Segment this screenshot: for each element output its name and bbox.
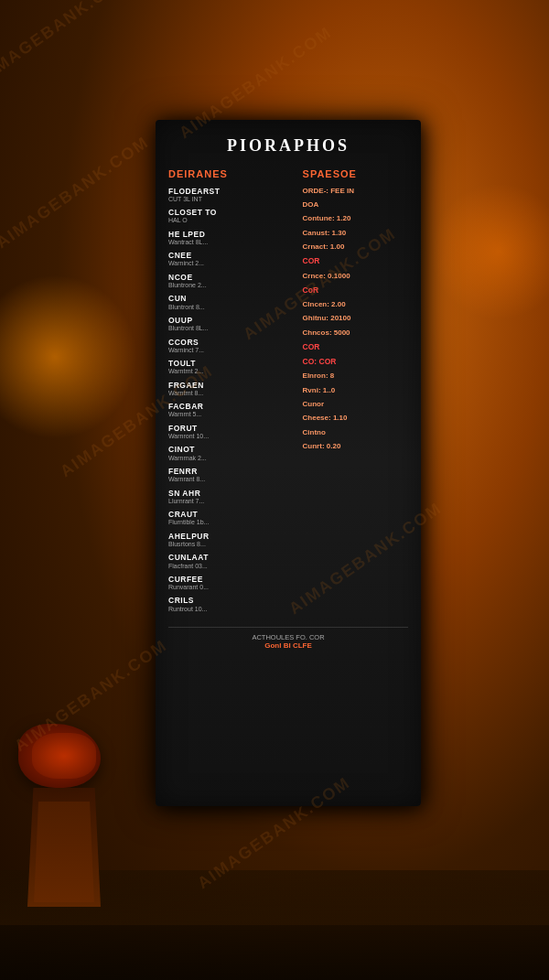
cor-item-4: CO: COR bbox=[303, 357, 408, 367]
list-item: Cintno bbox=[303, 428, 408, 437]
list-item: FORUT Warnront 10... bbox=[168, 424, 296, 441]
list-item: Rvni: 1..0 bbox=[303, 386, 408, 395]
list-item: Elnron: 8 bbox=[303, 372, 408, 381]
menu-left-column: DEIRANES FLODEARST CUT 3L INT CLOSET TO … bbox=[168, 168, 296, 619]
cor-item-1: COR bbox=[303, 256, 408, 266]
list-item: Ghitnu: 20100 bbox=[303, 314, 408, 323]
list-item: Cunor bbox=[303, 400, 408, 409]
cor-item-3: COR bbox=[303, 342, 408, 352]
list-item: ORDE-: FEE IN bbox=[303, 187, 408, 196]
menu-right-column: SPAESOE ORDE-: FEE IN DOA Contune: 1.20 … bbox=[303, 168, 408, 619]
menu-title: PIORAPHOS bbox=[168, 136, 408, 156]
bg-light-left bbox=[0, 275, 137, 439]
drink-glass bbox=[27, 779, 101, 907]
list-item: Clncen: 2.00 bbox=[303, 300, 408, 309]
bg-light-right bbox=[430, 183, 549, 320]
list-item: Crnce: 0.1000 bbox=[303, 272, 408, 281]
list-item: Cunrt: 0.20 bbox=[303, 442, 408, 451]
list-item: CRILS Runtrout 10... bbox=[168, 596, 296, 613]
watermark-1: AIMAGEBANK.COM bbox=[0, 0, 135, 88]
list-item: Chncos: 5000 bbox=[303, 328, 408, 338]
list-item: CRAUT Flurntible 1b... bbox=[168, 510, 296, 527]
list-item: CCORS Warninct 7... bbox=[168, 338, 296, 355]
food-container bbox=[9, 724, 137, 907]
list-item: Canust: 1.30 bbox=[303, 229, 408, 238]
list-item: CLOSET TO HAL O bbox=[168, 208, 296, 225]
footer-right: Gonl BI CLFE bbox=[168, 641, 408, 650]
cor-item-2: CoR bbox=[303, 285, 408, 296]
menu-columns: DEIRANES FLODEARST CUT 3L INT CLOSET TO … bbox=[168, 168, 408, 619]
list-item: FACBAR Warnrnt 5... bbox=[168, 402, 296, 419]
list-item: HE LPED Wantract 8L... bbox=[168, 230, 296, 247]
list-item: CURFEE Runvarant 0... bbox=[168, 575, 296, 592]
list-item: Cheese: 1.10 bbox=[303, 414, 408, 423]
right-column-header: SPAESOE bbox=[303, 168, 408, 179]
list-item: FRGAEN Warntrnt 8... bbox=[168, 381, 296, 398]
list-item: NCOE Bluntrone 2... bbox=[168, 273, 296, 290]
list-item: AHELPUR Blusrtons 8... bbox=[168, 532, 296, 549]
list-item: Contune: 1.20 bbox=[303, 214, 408, 223]
list-item: FENRR Warnrant 8... bbox=[168, 467, 296, 484]
list-item: CNEE Warninct 2... bbox=[168, 251, 296, 268]
list-item: TOULT Warntrnt 2... bbox=[168, 359, 296, 376]
list-item: CINOT Warnrnak 2... bbox=[168, 445, 296, 462]
list-item: OUUP Bluntront 8L... bbox=[168, 316, 296, 333]
glass-body bbox=[27, 788, 101, 907]
list-item: CUN Bluntront 8... bbox=[168, 294, 296, 311]
list-item: FLODEARST CUT 3L INT bbox=[168, 187, 296, 204]
list-item: CUNLAAT Flacfrant 03... bbox=[168, 553, 296, 570]
watermark-3: AIMAGEBANK.COM bbox=[0, 133, 153, 253]
food-detail bbox=[32, 733, 96, 779]
footer-left: ACTHOULES FO. COR bbox=[168, 633, 408, 641]
menu-footer: ACTHOULES FO. COR Gonl BI CLFE bbox=[168, 627, 408, 650]
menu-board: PIORAPHOS DEIRANES FLODEARST CUT 3L INT … bbox=[156, 120, 421, 806]
list-item: DOA bbox=[303, 200, 408, 210]
list-item: SN AHR Llurnrant 7... bbox=[168, 489, 296, 506]
list-item: Crnact: 1.00 bbox=[303, 242, 408, 252]
left-column-header: DEIRANES bbox=[168, 168, 296, 179]
